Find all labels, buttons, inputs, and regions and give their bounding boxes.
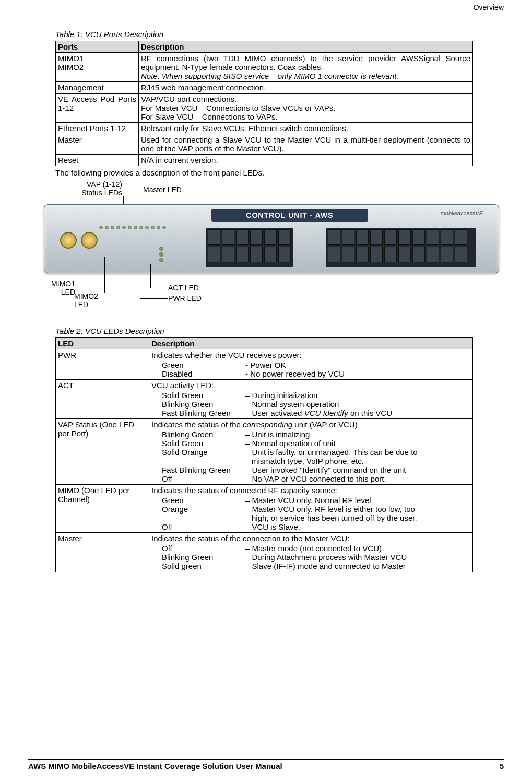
desc-cell: VCU activity LED: Solid Green– During in… [149, 380, 473, 419]
desc-cell: RF connections (two TDD MIMO channels) t… [139, 53, 473, 82]
desc-cell: Indicates the status of the connection t… [149, 533, 473, 572]
status-val: - No power received by VCU [245, 369, 470, 378]
status-val: – Unit is faulty, or unmanaged. This can… [245, 448, 470, 465]
status-val: – During Attachment process with Master … [245, 553, 470, 562]
label-vap-status-leds: VAP (1-12) Status LEDs [60, 180, 122, 197]
table1-header-desc: Description [139, 41, 473, 53]
port-cell: Reset [56, 155, 139, 166]
desc-cell: Indicates whether the VCU receives power… [149, 349, 473, 380]
led-cell: PWR [56, 349, 149, 380]
desc-cell: Used for connecting a Slave VCU to the M… [139, 134, 473, 155]
desc-intro: Indicates whether the VCU receives power… [151, 351, 470, 359]
status-key: Solid Green [151, 391, 245, 400]
table2-header-desc: Description [149, 338, 473, 349]
table-row: VAP Status (One LED per Port) Indicates … [56, 419, 473, 485]
led-icon [159, 252, 163, 257]
table-row: VE Access Pod Ports 1-12 VAP/VCU port co… [56, 94, 473, 123]
table-row: Master Indicates the status of the conne… [56, 533, 473, 572]
status-val: - Power OK [245, 360, 470, 369]
desc-intro: VCU activity LED: [151, 381, 470, 390]
italic-text: corresponding [243, 420, 292, 429]
table1-header-ports: Ports [56, 41, 139, 53]
table-row: ACT VCU activity LED: Solid Green– Durin… [56, 380, 473, 419]
label-master-led: Master LED [143, 185, 182, 194]
desc-text: RF connections (two TDD MIMO channels) t… [141, 54, 470, 72]
page: Overview Table 1: VCU Ports Description … [0, 0, 532, 781]
status-key: Solid Green [151, 439, 245, 448]
table-row: Ethernet Ports 1-12 Relevant only for Sl… [56, 123, 473, 134]
status-key: Blinking Green [151, 400, 245, 409]
italic-text: VCU Identify [304, 409, 348, 417]
status-key: Green [151, 360, 245, 369]
status-key: Fast Blinking Green [151, 409, 245, 417]
desc-cell: Indicates the status of connected RF cap… [149, 485, 473, 533]
desc-cell: Relevant only for Slave VCUs. Ethernet s… [139, 123, 473, 134]
status-val: – Normal system operation [245, 400, 470, 409]
status-key: Green [151, 496, 245, 505]
status-leds [159, 247, 163, 262]
table-row: Reset N/A in current version. [56, 155, 473, 166]
vap-status-leds [99, 226, 166, 229]
footer-title: AWS MIMO MobileAccessVE Instant Coverage… [28, 762, 282, 771]
port-cell: Master [56, 134, 139, 155]
status-key: Off [151, 522, 245, 531]
table1-caption: Table 1: VCU Ports Description [55, 30, 504, 39]
body-text: The following provides a description of … [55, 168, 504, 177]
led-cell: ACT [56, 380, 149, 419]
desc-cell: RJ45 web management connection. [139, 82, 473, 94]
status-key: Orange [151, 505, 245, 522]
status-key: Fast Blinking Green [151, 465, 245, 474]
status-key: Off [151, 544, 245, 553]
page-footer: AWS MIMO MobileAccessVE Instant Coverage… [28, 759, 504, 771]
status-key: Disabled [151, 369, 245, 378]
status-val: – During initialization [245, 391, 470, 400]
header-section: Overview [474, 3, 504, 11]
label-pwr-led: PWR LED [168, 294, 202, 302]
text: Indicates the status of the [151, 420, 243, 429]
rf-connector-icon [60, 232, 77, 249]
table-row: MIMO (One LED per Channel) Indicates the… [56, 485, 473, 533]
device-banner: CONTROL UNIT - AWS [211, 209, 368, 222]
table2-header-led: LED [56, 338, 149, 349]
port-cell: VE Access Pod Ports 1-12 [56, 94, 139, 123]
label-mimo1-led: MIMO1 LED [39, 279, 75, 296]
desc-intro: Indicates the status of the connection t… [151, 534, 470, 543]
port-cell: MIMO1 MIMO2 [56, 53, 139, 82]
vcu-front-panel-figure: VAP (1-12) Status LEDs Master LED CONTRO… [28, 180, 504, 321]
label-act-led: ACT LED [168, 284, 199, 292]
led-icon [159, 247, 163, 251]
desc-cell: VAP/VCU port connections. For Master VCU… [139, 94, 473, 123]
desc-note: Note: When supporting SISO service – onl… [141, 72, 399, 80]
led-cell: Master [56, 533, 149, 572]
led-icon [159, 258, 163, 262]
status-val: – Master mode (not connected to VCU) [245, 544, 470, 553]
status-val: – User invoked "Identify" command on the… [245, 465, 470, 474]
vcu-ports-table: Ports Description MIMO1 MIMO2 RF connect… [55, 41, 473, 166]
port-cell: Ethernet Ports 1-12 [56, 123, 139, 134]
status-val: – No VAP or VCU connected to this port. [245, 474, 470, 483]
desc-cell: Indicates the status of the correspondin… [149, 419, 473, 485]
status-key: Blinking Green [151, 553, 245, 562]
table2-caption: Table 2: VCU LEDs Description [55, 327, 504, 335]
table-row: MIMO1 MIMO2 RF connections (two TDD MIMO… [56, 53, 473, 82]
status-val: – Normal operation of unit [245, 439, 470, 448]
desc-cell: N/A in current version. [139, 155, 473, 166]
table-row: PWR Indicates whether the VCU receives p… [56, 349, 473, 380]
text: unit (VAP or VCU) [292, 420, 357, 429]
port-cell: Management [56, 82, 139, 94]
vcu-leds-table: LED Description PWR Indicates whether th… [55, 337, 473, 572]
led-cell: VAP Status (One LED per Port) [56, 419, 149, 485]
rf-connectors [60, 232, 98, 249]
label-mimo2-led: MIMO2 LED [74, 292, 98, 309]
device-image: CONTROL UNIT - AWS mobileaccessVE [44, 204, 499, 273]
status-val: – Slave (IF-IF) mode and connected to Ma… [245, 562, 470, 570]
access-pod-ports-icon [206, 228, 293, 267]
device-logo: mobileaccessVE [441, 210, 483, 216]
status-key: Off [151, 474, 245, 483]
status-val: – Unit is initializing [245, 430, 470, 439]
table-row: Management RJ45 web management connectio… [56, 82, 473, 94]
status-val: – VCU is Slave. [245, 522, 470, 531]
status-val: – User activated VCU Identify on this VC… [245, 409, 470, 417]
ethernet-ports-icon [326, 228, 476, 267]
desc-intro: Indicates the status of connected RF cap… [151, 486, 470, 495]
